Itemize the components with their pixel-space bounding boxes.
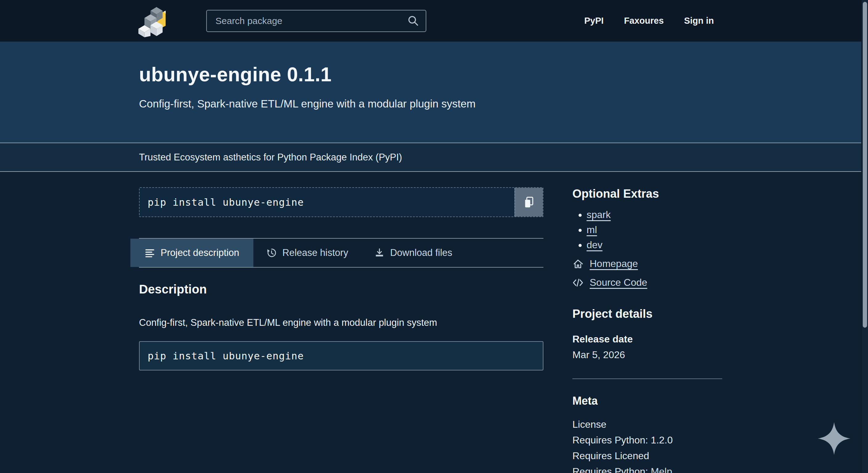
description-code-block: pip install ubunye-engine [139,341,544,370]
tab-bar: Project description Release history [139,238,544,268]
optional-extras-list: spark ml dev [587,209,722,251]
sparkle-icon[interactable] [818,422,850,455]
notice-bar: Trusted Ecosystem asthetics for Python P… [0,143,868,172]
extra-dev-link[interactable]: dev [587,239,602,250]
release-date-value: Mar 5, 2026 [572,349,722,361]
scrollbar-thumb[interactable] [863,2,867,328]
list-item: dev [587,239,722,251]
nav-pypi[interactable]: PyPI [584,16,604,26]
list-item: ml [587,224,722,236]
scrollbar-track[interactable] [861,0,868,473]
homepage-row: Homepage [572,258,722,269]
copy-icon [522,196,536,209]
meta-heading: Meta [572,395,722,407]
source-code-link[interactable]: Source Code [590,277,647,288]
tab-label: Project description [161,247,239,258]
meta-list: License Requires Python: 1.2.0 Requires … [572,417,722,473]
meta-item-license: License [572,417,722,432]
meta-item-requires-python-melp: Requires Python: Melp [572,464,722,473]
release-date-label: Release date [572,334,722,345]
notice-text: Trusted Ecosystem asthetics for Python P… [139,152,402,163]
tab-label: Release history [282,247,348,258]
pypi-logo-icon[interactable] [136,5,173,37]
list-item: spark [587,209,722,221]
package-hero: ubunye-engine 0.1.1 Config-first, Spark-… [0,41,868,143]
meta-item-requires-licened: Requires Licened [572,448,722,464]
copy-button[interactable] [515,188,543,216]
description-text: Config-first, Spark-native ETL/ML engine… [139,317,544,328]
package-title: ubunye-engine 0.1.1 [139,63,868,86]
search-input[interactable] [206,10,426,32]
pip-install-box: pip install ubunye-engine [139,187,544,217]
list-icon [145,247,155,258]
homepage-link[interactable]: Homepage [590,258,638,269]
source-code-row: Source Code [572,277,722,288]
nav-sign-in[interactable]: Sign in [684,16,714,26]
sidebar-divider [572,378,722,379]
meta-item-requires-python: Requires Python: 1.2.0 [572,432,722,448]
pypi-package-page: PyPI Faxoures Sign in ubunye-engine 0.1.… [0,0,868,473]
melp-link[interactable]: Melp [651,466,672,473]
top-header: PyPI Faxoures Sign in [0,0,868,41]
project-details-heading: Project details [572,307,722,320]
sidebar: Optional Extras spark ml dev Homepage [572,187,722,473]
package-summary: Config-first, Spark-native ETL/ML engine… [139,98,868,110]
tab-label: Download files [390,247,453,258]
pip-command: pip install ubunye-engine [140,188,515,216]
code-icon [572,277,584,288]
home-icon [572,258,584,269]
optional-extras-heading: Optional Extras [572,187,722,200]
extra-ml-link[interactable]: ml [587,224,597,235]
search-icon[interactable] [407,15,420,27]
header-nav: PyPI Faxoures Sign in [584,16,714,26]
description-heading: Description [139,282,544,296]
download-icon [374,247,385,258]
tab-project-description[interactable]: Project description [130,239,253,267]
history-icon [266,247,277,258]
nav-faxoures[interactable]: Faxoures [624,16,664,26]
extra-spark-link[interactable]: spark [587,209,611,220]
tab-download-files[interactable]: Download files [361,239,465,267]
tab-release-history[interactable]: Release history [253,239,361,267]
